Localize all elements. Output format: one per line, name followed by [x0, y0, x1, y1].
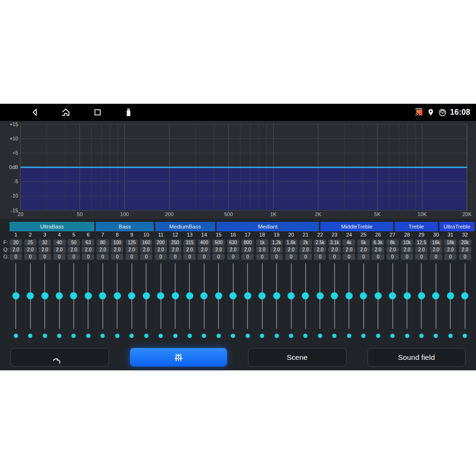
slider-handle[interactable] — [56, 292, 63, 299]
freq-value-cell[interactable]: 400 — [198, 239, 210, 246]
freq-value-cell[interactable]: 5k — [357, 239, 370, 246]
slider-handle[interactable] — [288, 292, 295, 299]
slider-handle[interactable] — [157, 292, 164, 299]
gain-value-cell[interactable]: 0 — [387, 254, 399, 260]
freq-value-cell[interactable]: 500 — [212, 239, 225, 246]
q-value-cell[interactable]: 2.0 — [372, 247, 384, 253]
gain-value-cell[interactable]: 0 — [97, 254, 109, 260]
slider-handle[interactable] — [27, 292, 34, 299]
band-group-mediumbass[interactable]: MediumBass — [155, 222, 215, 231]
gain-value-cell[interactable]: 0 — [430, 254, 442, 260]
band-slider[interactable] — [269, 263, 284, 329]
slider-handle[interactable] — [418, 292, 425, 299]
q-value-cell[interactable]: 2.0 — [183, 247, 196, 253]
slider-handle[interactable] — [172, 292, 179, 299]
band-slider[interactable] — [153, 263, 168, 329]
gain-value-cell[interactable]: 0 — [357, 254, 370, 260]
q-value-cell[interactable]: 2.0 — [53, 247, 66, 253]
band-slider[interactable] — [371, 263, 385, 329]
slider-handle[interactable] — [346, 292, 353, 299]
freq-value-cell[interactable]: 25 — [24, 239, 37, 246]
q-value-cell[interactable]: 2.0 — [227, 247, 239, 253]
slider-handle[interactable] — [128, 292, 135, 299]
q-value-cell[interactable]: 2.0 — [401, 247, 413, 253]
band-slider[interactable] — [298, 263, 313, 329]
q-value-cell[interactable]: 2.0 — [155, 247, 167, 253]
slider-handle[interactable] — [229, 292, 237, 299]
freq-value-cell[interactable]: 3.1k — [328, 239, 341, 246]
band-slider[interactable] — [226, 263, 240, 329]
q-value-cell[interactable]: 2.0 — [270, 247, 283, 253]
gain-value-cell[interactable]: 0 — [111, 254, 123, 260]
freq-value-cell[interactable]: 20 — [10, 239, 22, 246]
slider-handle[interactable] — [273, 292, 280, 299]
freq-value-cell[interactable]: 125 — [126, 239, 138, 246]
q-value-cell[interactable]: 2.0 — [387, 247, 399, 253]
slider-handle[interactable] — [244, 292, 251, 299]
band-slider[interactable] — [400, 263, 414, 329]
gain-value-cell[interactable]: 0 — [415, 254, 427, 260]
sound-field-button[interactable]: Sound field — [367, 348, 466, 367]
q-value-cell[interactable]: 2.0 — [299, 247, 312, 253]
q-value-cell[interactable]: 2.0 — [212, 247, 225, 253]
q-value-cell[interactable]: 2.0 — [444, 247, 456, 253]
home-icon[interactable] — [60, 107, 71, 118]
slider-handle[interactable] — [389, 292, 396, 299]
slider-handle[interactable] — [258, 292, 266, 299]
freq-value-cell[interactable]: 100 — [111, 239, 123, 246]
slider-handle[interactable] — [360, 292, 367, 299]
gain-value-cell[interactable]: 0 — [314, 254, 326, 260]
band-slider[interactable] — [96, 263, 110, 329]
q-value-cell[interactable]: 2.0 — [415, 247, 427, 253]
slider-handle[interactable] — [404, 292, 411, 299]
freq-value-cell[interactable]: 2k — [299, 239, 312, 246]
freq-value-cell[interactable]: 1.2k — [270, 239, 283, 246]
q-value-cell[interactable]: 2.0 — [39, 247, 51, 253]
q-value-cell[interactable]: 2.0 — [285, 247, 298, 253]
gain-value-cell[interactable]: 0 — [285, 254, 298, 260]
scene-button[interactable]: Scene — [248, 348, 347, 367]
band-slider[interactable] — [313, 263, 327, 329]
q-value-cell[interactable]: 2.0 — [256, 247, 268, 253]
gain-value-cell[interactable]: 0 — [10, 254, 22, 260]
q-value-cell[interactable]: 2.0 — [459, 247, 471, 253]
slider-handle[interactable] — [461, 292, 468, 299]
freq-value-cell[interactable]: 200 — [155, 239, 167, 246]
q-value-cell[interactable]: 2.0 — [111, 247, 123, 253]
slider-handle[interactable] — [41, 292, 49, 299]
slider-handle[interactable] — [114, 292, 121, 299]
band-slider[interactable] — [429, 263, 443, 329]
slider-handle[interactable] — [85, 292, 92, 299]
band-slider[interactable] — [67, 263, 81, 329]
band-group-bass[interactable]: Bass — [96, 222, 154, 231]
gain-value-cell[interactable]: 0 — [39, 254, 51, 260]
q-value-cell[interactable]: 2.0 — [357, 247, 370, 253]
band-slider[interactable] — [385, 263, 399, 329]
gain-value-cell[interactable]: 0 — [270, 254, 283, 260]
slider-handle[interactable] — [186, 292, 193, 299]
gain-value-cell[interactable]: 0 — [183, 254, 196, 260]
band-slider[interactable] — [414, 263, 428, 329]
gain-value-cell[interactable]: 0 — [155, 254, 167, 260]
freq-value-cell[interactable]: 32 — [39, 239, 51, 246]
gain-value-cell[interactable]: 0 — [53, 254, 66, 260]
band-slider[interactable] — [458, 263, 472, 329]
slider-handle[interactable] — [70, 292, 77, 299]
band-slider[interactable] — [357, 263, 371, 329]
q-value-cell[interactable]: 2.0 — [82, 247, 94, 253]
band-slider[interactable] — [211, 263, 226, 329]
band-slider[interactable] — [240, 263, 255, 329]
slider-handle[interactable] — [375, 292, 382, 299]
band-group-treble[interactable]: Treble — [395, 222, 438, 231]
q-value-cell[interactable]: 2.0 — [430, 247, 442, 253]
gain-value-cell[interactable]: 0 — [256, 254, 268, 260]
band-slider[interactable] — [125, 263, 139, 329]
band-group-ultratreble[interactable]: UltraTreble — [439, 222, 475, 231]
q-value-cell[interactable]: 2.0 — [140, 247, 152, 253]
gain-value-cell[interactable]: 0 — [343, 254, 355, 260]
slider-handle[interactable] — [331, 292, 338, 299]
band-slider[interactable] — [182, 263, 197, 329]
slider-handle[interactable] — [143, 292, 150, 299]
freq-value-cell[interactable]: 315 — [183, 239, 196, 246]
slider-handle[interactable] — [200, 292, 208, 299]
